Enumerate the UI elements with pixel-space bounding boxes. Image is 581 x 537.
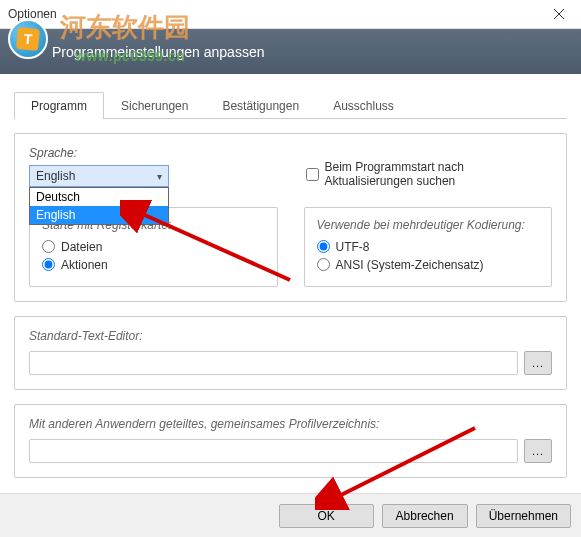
panel-top: Sprache: English ▾ Deutsch English Beim … [14, 133, 567, 302]
update-check-label: Beim Programmstart nach Aktualisierungen… [325, 160, 553, 189]
tab-bestaetigungen[interactable]: Bestätigungen [205, 92, 316, 119]
start-tab-actions-radio[interactable] [42, 258, 55, 271]
encoding-utf8-radio[interactable] [317, 240, 330, 253]
language-label: Sprache: [29, 146, 276, 160]
editor-path-input[interactable] [29, 351, 518, 375]
profile-browse-button[interactable]: ... [524, 439, 552, 463]
profile-path-input[interactable] [29, 439, 518, 463]
start-tab-files-radio[interactable] [42, 240, 55, 253]
language-dropdown: Deutsch English [29, 187, 169, 225]
dialog-footer: OK Abbrechen Übernehmen [0, 493, 581, 537]
encoding-title: Verwende bei mehrdeutiger Kodierung: [317, 218, 540, 232]
language-combo[interactable]: English ▾ Deutsch English [29, 165, 169, 187]
encoding-ansi[interactable]: ANSI (System-Zeichensatz) [317, 258, 540, 272]
close-button[interactable] [537, 0, 581, 29]
window-title: Optionen [8, 7, 537, 21]
language-option-deutsch[interactable]: Deutsch [30, 188, 168, 206]
profile-title: Mit anderen Anwendern geteiltes, gemeins… [29, 417, 552, 431]
start-tab-files[interactable]: Dateien [42, 240, 265, 254]
encoding-utf8[interactable]: UTF-8 [317, 240, 540, 254]
language-selected: English [36, 169, 75, 183]
tab-ausschluss[interactable]: Ausschluss [316, 92, 411, 119]
ok-button[interactable]: OK [279, 504, 374, 528]
encoding-ansi-radio[interactable] [317, 258, 330, 271]
cancel-button[interactable]: Abbrechen [382, 504, 468, 528]
tab-sicherungen[interactable]: Sicherungen [104, 92, 205, 119]
banner-subtitle: Programmeinstellungen anpassen [52, 44, 264, 60]
language-option-english[interactable]: English [30, 206, 168, 224]
start-tab-actions[interactable]: Aktionen [42, 258, 265, 272]
chevron-down-icon: ▾ [157, 171, 162, 182]
editor-title: Standard-Text-Editor: [29, 329, 552, 343]
tab-strip: Programm Sicherungen Bestätigungen Aussc… [14, 92, 567, 119]
tab-programm[interactable]: Programm [14, 92, 104, 119]
apply-button[interactable]: Übernehmen [476, 504, 571, 528]
update-check-checkbox[interactable]: Beim Programmstart nach Aktualisierungen… [306, 160, 553, 189]
panel-editor: Standard-Text-Editor: ... [14, 316, 567, 390]
update-check-input[interactable] [306, 168, 319, 181]
header-banner: T Programmeinstellungen anpassen [0, 29, 581, 74]
window-titlebar: Optionen [0, 0, 581, 29]
editor-browse-button[interactable]: ... [524, 351, 552, 375]
app-logo: T [8, 19, 48, 59]
encoding-group: Verwende bei mehrdeutiger Kodierung: UTF… [304, 207, 553, 287]
close-icon [554, 9, 564, 19]
panel-profile: Mit anderen Anwendern geteiltes, gemeins… [14, 404, 567, 478]
